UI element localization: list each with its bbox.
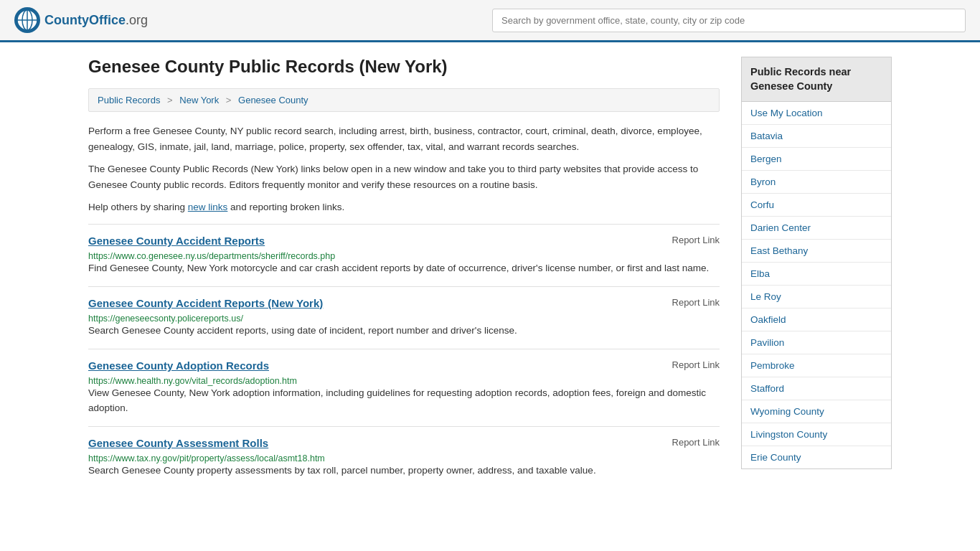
records-container: Genesee County Accident Reports Report L… (88, 224, 720, 489)
sidebar-link-livingston-county[interactable]: Livingston County (742, 423, 891, 446)
record-title-0[interactable]: Genesee County Accident Reports (88, 235, 265, 247)
record-entry-1: Genesee County Accident Reports (New Yor… (88, 286, 720, 349)
record-header-2: Genesee County Adoption Records Report L… (88, 359, 720, 372)
breadcrumb-sep-2: > (226, 95, 232, 105)
sidebar-item-9[interactable]: Pavilion (742, 331, 891, 354)
logo-icon (14, 7, 40, 33)
report-link-3[interactable]: Report Link (672, 437, 720, 448)
record-desc-2: View Genesee County, New York adoption i… (88, 386, 720, 416)
sidebar-item-5[interactable]: East Bethany (742, 240, 891, 263)
record-desc-0: Find Genesee County, New York motorcycle… (88, 261, 720, 276)
record-entry-3: Genesee County Assessment Rolls Report L… (88, 426, 720, 489)
sidebar-link-erie-county[interactable]: Erie County (742, 446, 891, 468)
sidebar-item-2[interactable]: Byron (742, 171, 891, 194)
sidebar-link-pavilion[interactable]: Pavilion (742, 331, 891, 354)
description-p1: Perform a free Genesee County, NY public… (88, 123, 720, 154)
desc-post: and reporting broken links. (227, 202, 344, 212)
record-header-1: Genesee County Accident Reports (New Yor… (88, 297, 720, 309)
sidebar-link-bergen[interactable]: Bergen (742, 148, 891, 170)
sidebar-link-oakfield[interactable]: Oakfield (742, 309, 891, 331)
record-header-3: Genesee County Assessment Rolls Report L… (88, 437, 720, 449)
logo-text: CountyOffice.org (44, 13, 148, 28)
page-title: Genesee County Public Records (New York) (88, 57, 720, 77)
record-url-1[interactable]: https://geneseecsonty.policereports.us/ (88, 314, 243, 324)
sidebar-list: Use My Location BataviaBergenByronCorfuD… (741, 102, 892, 469)
logo[interactable]: CountyOffice.org (14, 7, 148, 33)
sidebar-item-7[interactable]: Le Roy (742, 286, 891, 309)
sidebar-link-corfu[interactable]: Corfu (742, 194, 891, 216)
record-entry-2: Genesee County Adoption Records Report L… (88, 349, 720, 426)
sidebar-item-12[interactable]: Wyoming County (742, 400, 891, 423)
sidebar-link-elba[interactable]: Elba (742, 263, 891, 285)
record-title-1[interactable]: Genesee County Accident Reports (New Yor… (88, 297, 323, 309)
sidebar-link-le-roy[interactable]: Le Roy (742, 286, 891, 308)
sidebar-item-8[interactable]: Oakfield (742, 309, 891, 331)
description: Perform a free Genesee County, NY public… (88, 123, 720, 215)
sidebar-item-6[interactable]: Elba (742, 263, 891, 286)
sidebar-item-13[interactable]: Livingston County (742, 423, 891, 446)
record-title-3[interactable]: Genesee County Assessment Rolls (88, 437, 268, 449)
sidebar-item-11[interactable]: Stafford (742, 377, 891, 400)
breadcrumb-link-genesee[interactable]: Genesee County (238, 95, 308, 105)
record-desc-3: Search Genesee County property assessmen… (88, 463, 720, 479)
sidebar-link-batavia[interactable]: Batavia (742, 125, 891, 147)
record-url-2[interactable]: https://www.health.ny.gov/vital_records/… (88, 376, 297, 386)
record-title-2[interactable]: Genesee County Adoption Records (88, 359, 269, 372)
sidebar-link-darien-center[interactable]: Darien Center (742, 217, 891, 239)
breadcrumb-link-new-york[interactable]: New York (179, 95, 219, 105)
sidebar-link-wyoming-county[interactable]: Wyoming County (742, 400, 891, 423)
sidebar-item-10[interactable]: Pembroke (742, 354, 891, 377)
report-link-1[interactable]: Report Link (672, 297, 720, 308)
record-url-3[interactable]: https://www.tax.ny.gov/pit/property/asse… (88, 453, 325, 463)
sidebar-item-14[interactable]: Erie County (742, 446, 891, 468)
breadcrumb-sep-1: > (167, 95, 173, 105)
description-p3: Help others by sharing new links and rep… (88, 199, 720, 215)
sidebar-link-byron[interactable]: Byron (742, 171, 891, 193)
search-bar (492, 9, 966, 32)
desc-pre: Help others by sharing (88, 202, 188, 212)
header: CountyOffice.org (0, 0, 980, 42)
report-link-2[interactable]: Report Link (672, 359, 720, 370)
sidebar: Public Records near Genesee County Use M… (741, 57, 892, 489)
sidebar-item-1[interactable]: Bergen (742, 148, 891, 171)
new-links-link[interactable]: new links (188, 202, 228, 212)
breadcrumb: Public Records > New York > Genesee Coun… (88, 88, 720, 112)
sidebar-link-east-bethany[interactable]: East Bethany (742, 240, 891, 262)
record-header-0: Genesee County Accident Reports Report L… (88, 235, 720, 247)
report-link-0[interactable]: Report Link (672, 235, 720, 245)
sidebar-link-stafford[interactable]: Stafford (742, 377, 891, 400)
use-location-link[interactable]: Use My Location (742, 102, 891, 124)
sidebar-item-3[interactable]: Corfu (742, 194, 891, 217)
sidebar-link-pembroke[interactable]: Pembroke (742, 354, 891, 377)
record-entry-0: Genesee County Accident Reports Report L… (88, 224, 720, 286)
sidebar-item-0[interactable]: Batavia (742, 125, 891, 148)
record-url-0[interactable]: https://www.co.genesee.ny.us/departments… (88, 251, 335, 261)
sidebar-item-4[interactable]: Darien Center (742, 217, 891, 240)
search-input[interactable] (492, 9, 966, 32)
content-area: Genesee County Public Records (New York)… (88, 57, 720, 489)
breadcrumb-link-public-records[interactable]: Public Records (98, 95, 160, 105)
description-p2: The Genesee County Public Records (New Y… (88, 161, 720, 192)
sidebar-use-location[interactable]: Use My Location (742, 102, 891, 125)
record-desc-1: Search Genesee County accident reports, … (88, 324, 720, 339)
main-container: Genesee County Public Records (New York)… (67, 42, 913, 503)
sidebar-title: Public Records near Genesee County (741, 57, 892, 102)
